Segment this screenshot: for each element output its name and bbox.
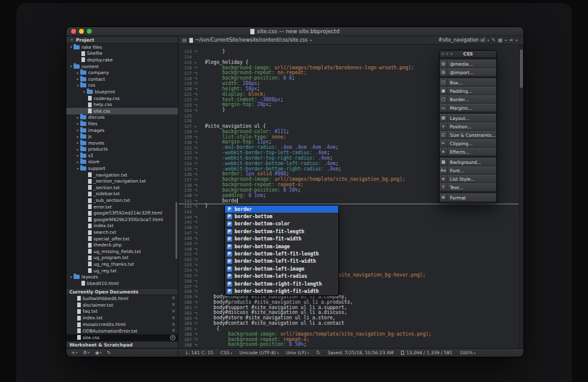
tree-item-blueprint[interactable]: ▸blueprint xyxy=(66,89,178,95)
language-menu[interactable]: CSS▾ xyxy=(220,350,232,355)
disclosure-triangle-icon[interactable]: ▸ xyxy=(75,148,80,151)
completion-item[interactable]: Pborder-bottom-left-fit-width xyxy=(225,258,338,265)
tree-item-s5[interactable]: ▸s5 xyxy=(66,152,178,159)
edit-pencil-button[interactable]: ✎ xyxy=(107,351,111,355)
disclosure-triangle-icon[interactable]: ▾ xyxy=(69,64,74,68)
zoom-menu[interactable]: 100%▾ xyxy=(460,350,475,355)
tree-item-ug_program.txt[interactable]: ug_program.txt xyxy=(66,255,178,261)
palette-button-media-at[interactable]: @@media... xyxy=(440,60,496,68)
tree-item-files[interactable]: ▸files xyxy=(66,121,178,127)
close-document-icon[interactable]: × xyxy=(170,335,175,340)
grid-menu-icon[interactable]: ▦ xyxy=(498,38,503,43)
tree-item-google9f429b235f0cbca7.html[interactable]: google9f429b235f0cbca7.html xyxy=(66,216,178,223)
open-doc-site.css[interactable]: site.css× xyxy=(66,334,178,341)
tree-item-_sub_section.txt[interactable]: _sub_section.txt xyxy=(66,197,178,204)
tree-item-Sitefile[interactable]: Sitefile xyxy=(66,51,178,57)
tree-item-deploy.rake[interactable]: deploy.rake xyxy=(66,57,178,63)
tree-item-ug_reg.txt[interactable]: ug_reg.txt xyxy=(66,268,178,274)
completion-item[interactable]: Pborder-bottom-left-fit-length xyxy=(225,250,338,257)
tree-item-store[interactable]: ▸store xyxy=(66,159,178,166)
tree-item-company[interactable]: ▸company xyxy=(66,69,178,76)
disclosure-triangle-icon[interactable]: ▸ xyxy=(75,160,80,164)
line-ending-menu[interactable]: Unix (LF)▾ xyxy=(286,350,309,355)
disclosure-triangle-icon[interactable]: ▸ xyxy=(75,122,80,125)
completion-item[interactable]: Pborder-bottom-image xyxy=(225,243,338,250)
completion-item[interactable]: Pborder-bottom-left-radius xyxy=(225,273,338,280)
palette-button-format-gear[interactable]: ⚙Format xyxy=(440,193,496,202)
tree-item-discuss[interactable]: ▸discuss xyxy=(66,114,178,121)
palette-button-padding[interactable]: ▣Padding... xyxy=(440,87,496,95)
disclosure-triangle-icon[interactable]: ▸ xyxy=(75,154,80,157)
tree-item-site.css[interactable]: site.css xyxy=(66,108,178,114)
disclosure-triangle-icon[interactable]: ▸ xyxy=(75,128,80,132)
palette-button-layout[interactable]: ▤Layout... xyxy=(440,114,496,122)
tree-item-help.css[interactable]: help.css xyxy=(66,101,178,108)
palette-collapse-button[interactable] xyxy=(446,52,449,55)
sidebar-scrollbar-thumb[interactable] xyxy=(175,202,177,259)
tree-item-_section.txt[interactable]: _section.txt xyxy=(66,184,178,191)
completion-item[interactable]: Pborder-bottom-color xyxy=(225,221,338,228)
open-doc-faq.txt[interactable]: faq.txt× xyxy=(66,308,178,315)
close-window-button[interactable] xyxy=(71,29,76,34)
disclosure-triangle-icon[interactable]: ▸ xyxy=(75,141,80,145)
tree-item-ug_reg_thanks.txt[interactable]: ug_reg_thanks.txt xyxy=(66,261,178,268)
tree-item-index.txt[interactable]: index.txt xyxy=(66,223,178,230)
encoding-menu[interactable]: Unicode (UTF-8)▾ xyxy=(239,350,279,355)
disclosure-triangle-icon[interactable]: ▸ xyxy=(75,71,80,75)
disclosure-triangle-icon[interactable]: ▾ xyxy=(75,84,80,87)
open-doc-ODBAutomationError.txt[interactable]: ODBAutomationError.txt× xyxy=(66,328,178,334)
worksheet-header[interactable]: Worksheet & Scratchpad xyxy=(66,341,178,348)
tree-item-_sidebar.txt[interactable]: _sidebar.txt xyxy=(66,191,178,198)
fold-marker-icon[interactable]: ▾ xyxy=(192,327,199,331)
tree-item-_section_navigation.txt[interactable]: _section_navigation.txt xyxy=(66,178,178,184)
code-line[interactable]: 168 background-position: 0 50%; xyxy=(179,342,519,348)
close-document-icon[interactable]: × xyxy=(171,316,175,321)
tree-item-error.txt[interactable]: error.txt xyxy=(66,204,178,210)
palette-button-text[interactable]: TText... xyxy=(440,183,496,192)
disclosure-triangle-icon[interactable]: ▸ xyxy=(82,90,87,93)
open-doc-builtwithbbedit.html[interactable]: builtwithbbedit.html× xyxy=(66,295,178,302)
disclosure-triangle-icon[interactable]: ▾ xyxy=(69,275,74,279)
open-doc-index.txt[interactable]: index.txt× xyxy=(66,315,178,321)
tree-item-_navigation.txt[interactable]: _navigation.txt xyxy=(66,172,178,178)
tree-item-rake files[interactable]: ▾rake files xyxy=(66,44,178,51)
completion-item[interactable]: Pborder-bottom xyxy=(225,213,338,220)
completion-item[interactable]: Pborder-bottom-right-fit-length xyxy=(225,280,338,287)
tree-item-support[interactable]: ▾support xyxy=(66,165,178,172)
completion-item[interactable]: Pborder-bottom-right-fit-width xyxy=(225,287,338,295)
list-menu-icon[interactable]: ≡ xyxy=(509,38,513,43)
project-header[interactable]: ▾ Project xyxy=(66,36,178,43)
palette-button-size-constraints[interactable]: ◱Size & Constraints... xyxy=(440,131,496,139)
tree-item-coderay.css[interactable]: coderay.css xyxy=(66,95,178,102)
sidebar-toggle-icon[interactable]: ▤ xyxy=(182,38,187,43)
close-document-icon[interactable]: × xyxy=(171,302,175,307)
window-titlebar[interactable]: site.css — new site.bbprojectd xyxy=(66,27,523,36)
tree-item-products[interactable]: ▸products xyxy=(66,146,178,153)
function-popup[interactable]: #site_navigation ul xyxy=(438,37,485,43)
tree-item-ug_missing_fields.txt[interactable]: ug_missing_fields.txt xyxy=(66,248,178,255)
disclosure-triangle-icon[interactable]: ▸ xyxy=(75,116,80,119)
tree-item-special_offer.txt[interactable]: special_offer.txt xyxy=(66,236,178,242)
disclosure-triangle-icon[interactable]: ▾ xyxy=(69,45,74,49)
file-path[interactable]: ~/svn/CurrentSite/newsite/content/css/si… xyxy=(195,37,308,43)
tree-item-content[interactable]: ▾content xyxy=(66,63,178,70)
editor-scrollbar[interactable] xyxy=(519,45,523,348)
tree-item-contact[interactable]: ▸contact xyxy=(66,76,178,83)
palette-button-margins[interactable]: ▭Margins... xyxy=(440,104,496,112)
palette-button-list-style[interactable]: ≡List Style... xyxy=(440,175,496,183)
tree-item-google53f592ed214c32ff.html[interactable]: google53f592ed214c32ff.html xyxy=(66,210,178,216)
tree-item-images[interactable]: ▸images xyxy=(66,127,178,134)
open-doc-mosaiccredits.html[interactable]: mosaiccredits.html× xyxy=(66,321,178,328)
document-proxy-icon[interactable] xyxy=(250,29,254,34)
tree-item-search.txt[interactable]: search.txt xyxy=(66,229,178,236)
minimize-window-button[interactable] xyxy=(79,29,84,34)
open-docs-header[interactable]: Currently Open Documents xyxy=(66,288,178,295)
refresh-icon[interactable]: ↻ xyxy=(317,351,321,355)
palette-button-font[interactable]: AaFont... xyxy=(440,166,496,175)
completion-item[interactable]: Pborder-bottom-left-image xyxy=(225,265,338,272)
completion-item[interactable]: Pborder xyxy=(225,205,338,213)
palette-button-position[interactable]: +Position... xyxy=(440,122,496,131)
palette-button-effects[interactable]: ∗Effects... xyxy=(440,148,496,156)
view-menu-button[interactable]: ◉▾ xyxy=(95,351,101,355)
close-document-icon[interactable]: × xyxy=(171,328,175,333)
